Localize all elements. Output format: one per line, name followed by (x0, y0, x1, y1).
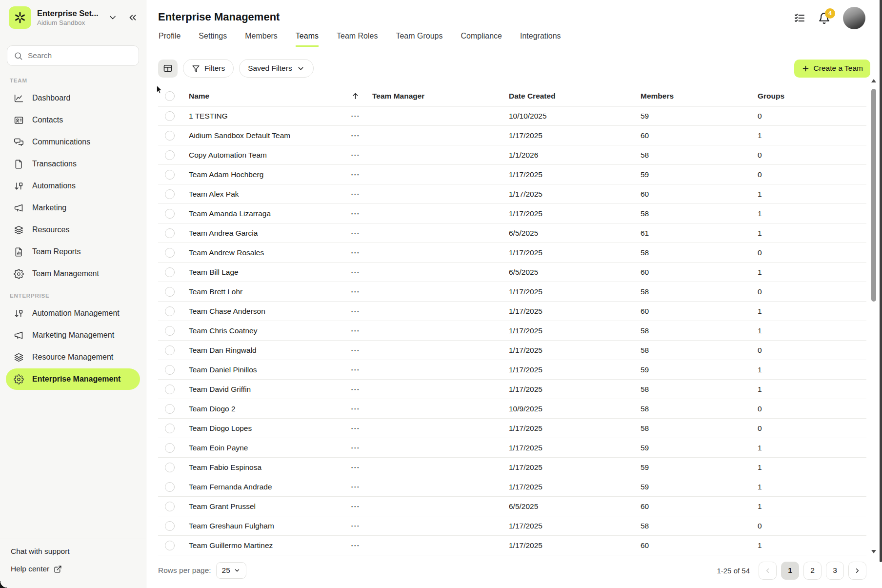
row-checkbox[interactable] (165, 267, 175, 277)
scroll-down-arrow-icon[interactable] (871, 550, 876, 553)
scrollbar-thumb[interactable] (871, 89, 876, 302)
vertical-scrollbar[interactable] (870, 77, 877, 555)
row-menu-icon[interactable]: ⋯ (351, 133, 360, 138)
table-row[interactable]: Team Diogo Lopes ⋯ 1/17/2025 58 0 (158, 419, 866, 438)
row-menu-icon[interactable]: ⋯ (351, 406, 360, 411)
row-checkbox[interactable] (165, 111, 175, 121)
row-menu-icon[interactable]: ⋯ (351, 524, 360, 528)
sidebar-item[interactable]: Automations (6, 175, 140, 197)
table-row[interactable]: Team Andrea Garcia ⋯ 6/5/2025 61 1 (158, 223, 866, 243)
row-menu-icon[interactable]: ⋯ (351, 543, 360, 548)
tasks-list-icon[interactable] (794, 12, 805, 24)
table-row[interactable]: Team Chase Anderson ⋯ 1/17/2025 60 1 (158, 302, 866, 321)
row-checkbox[interactable] (165, 443, 175, 453)
row-menu-icon[interactable]: ⋯ (351, 426, 360, 431)
next-page-button[interactable] (848, 562, 866, 580)
row-checkbox[interactable] (165, 541, 175, 550)
row-menu-icon[interactable]: ⋯ (351, 192, 360, 197)
table-row[interactable]: Copy Automation Team ⋯ 1/1/2026 58 0 (158, 145, 866, 165)
row-checkbox[interactable] (165, 345, 175, 355)
row-checkbox[interactable] (165, 150, 175, 160)
table-row[interactable]: Team Adam Hochberg ⋯ 1/17/2025 59 0 (158, 165, 866, 184)
column-header-name[interactable]: Name (181, 92, 345, 101)
notifications-bell-icon[interactable]: 4 (818, 12, 830, 24)
row-menu-icon[interactable]: ⋯ (351, 348, 360, 353)
collapse-sidebar-icon[interactable] (127, 12, 138, 23)
chat-with-support-link[interactable]: Chat with support (11, 547, 135, 556)
tab[interactable]: Team Groups (396, 32, 442, 47)
row-menu-icon[interactable]: ⋯ (351, 250, 360, 255)
table-row[interactable]: Team Fernanda Andrade ⋯ 1/17/2025 59 1 (158, 477, 866, 497)
table-row[interactable]: Team Guillermo Martinez ⋯ 1/17/2025 60 1 (158, 536, 866, 555)
row-menu-icon[interactable]: ⋯ (351, 446, 360, 450)
table-row[interactable]: Team Chris Coatney ⋯ 1/17/2025 58 1 (158, 321, 866, 341)
row-menu-icon[interactable]: ⋯ (351, 485, 360, 489)
tab[interactable]: Integrations (520, 32, 561, 47)
row-menu-icon[interactable]: ⋯ (351, 172, 360, 177)
table-row[interactable]: Team David Griffin ⋯ 1/17/2025 58 1 (158, 380, 866, 399)
sidebar-item[interactable]: Marketing (6, 197, 140, 219)
table-row[interactable]: 1 TESTING ⋯ 10/10/2025 59 0 (158, 106, 866, 126)
tab[interactable]: Compliance (461, 32, 502, 47)
row-checkbox[interactable] (165, 306, 175, 316)
table-row[interactable]: Team Brett Lohr ⋯ 1/17/2025 58 0 (158, 282, 866, 302)
table-row[interactable]: Team Amanda Lizarraga ⋯ 1/17/2025 58 1 (158, 204, 866, 223)
row-checkbox[interactable] (165, 463, 175, 472)
search-input-wrap[interactable] (7, 45, 139, 66)
table-row[interactable]: Team Fabio Espinosa ⋯ 1/17/2025 59 1 (158, 458, 866, 477)
column-header-date[interactable]: Date Created (501, 92, 633, 101)
tab[interactable]: Teams (296, 32, 319, 47)
row-checkbox[interactable] (165, 424, 175, 433)
table-row[interactable]: Team Diogo 2 ⋯ 10/9/2025 58 0 (158, 399, 866, 419)
row-checkbox[interactable] (165, 170, 175, 180)
chevron-down-icon[interactable] (108, 13, 118, 22)
workspace-switcher[interactable]: Enterprise Set... Aidium Sandbox (0, 0, 146, 33)
tab[interactable]: Settings (199, 32, 227, 47)
row-checkbox[interactable] (165, 326, 175, 336)
table-view-icon[interactable] (158, 60, 178, 78)
sidebar-item[interactable]: Automation Management (6, 303, 140, 324)
select-all-checkbox[interactable] (165, 91, 175, 101)
sidebar-item[interactable]: Dashboard (6, 87, 140, 109)
row-menu-icon[interactable]: ⋯ (351, 387, 360, 392)
page-number-button[interactable]: 3 (826, 562, 844, 580)
row-menu-icon[interactable]: ⋯ (351, 211, 360, 216)
row-checkbox[interactable] (165, 521, 175, 531)
table-row[interactable]: Team Dan Ringwald ⋯ 1/17/2025 58 0 (158, 341, 866, 360)
avatar[interactable] (843, 7, 865, 29)
rows-per-page-select[interactable]: 25 (216, 562, 246, 579)
row-checkbox[interactable] (165, 228, 175, 238)
page-number-button[interactable]: 1 (781, 562, 799, 580)
row-menu-icon[interactable]: ⋯ (351, 289, 360, 294)
row-menu-icon[interactable]: ⋯ (351, 153, 360, 158)
tab[interactable]: Team Roles (337, 32, 378, 47)
table-row[interactable]: Team Bill Lage ⋯ 6/5/2025 60 1 (158, 263, 866, 282)
column-header-manager[interactable]: Team Manager (365, 92, 501, 101)
row-checkbox[interactable] (165, 404, 175, 414)
search-input[interactable] (28, 51, 132, 60)
row-checkbox[interactable] (165, 502, 175, 511)
column-header-members[interactable]: Members (633, 92, 750, 101)
table-row[interactable]: Team Grant Prussel ⋯ 6/5/2025 60 1 (158, 497, 866, 516)
page-number-button[interactable]: 2 (803, 562, 822, 580)
column-header-groups[interactable]: Groups (750, 92, 866, 101)
previous-page-button[interactable] (759, 562, 777, 580)
create-team-button[interactable]: Create a Team (794, 60, 870, 78)
row-checkbox[interactable] (165, 365, 175, 375)
table-row[interactable]: Team Greshaun Fulgham ⋯ 1/17/2025 58 0 (158, 516, 866, 536)
tab[interactable]: Profile (159, 32, 180, 47)
sidebar-item[interactable]: Enterprise Management (6, 368, 140, 390)
scroll-up-arrow-icon[interactable] (871, 79, 876, 82)
table-row[interactable]: Team Daniel Pinillos ⋯ 1/17/2025 59 1 (158, 360, 866, 380)
help-center-link[interactable]: Help center (11, 565, 135, 573)
row-menu-icon[interactable]: ⋯ (351, 309, 360, 314)
row-menu-icon[interactable]: ⋯ (351, 114, 360, 119)
sidebar-item[interactable]: Transactions (6, 153, 140, 175)
saved-filters-button[interactable]: Saved Filters (239, 59, 313, 78)
row-checkbox[interactable] (165, 248, 175, 258)
sidebar-item[interactable]: Marketing Management (6, 324, 140, 346)
table-row[interactable]: Team Eoin Payne ⋯ 1/17/2025 59 1 (158, 438, 866, 458)
row-checkbox[interactable] (165, 385, 175, 394)
row-menu-icon[interactable]: ⋯ (351, 465, 360, 470)
row-menu-icon[interactable]: ⋯ (351, 270, 360, 275)
